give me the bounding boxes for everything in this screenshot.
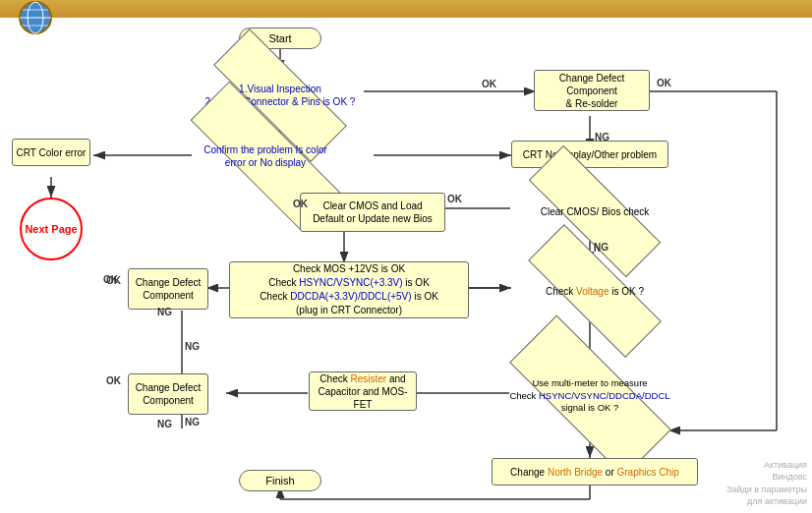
ng-label-1: NG	[157, 307, 172, 317]
top-bar	[0, 0, 812, 18]
flowchart-container: OK NG OK NG OK NG	[0, 18, 812, 513]
clear-cmos-check-diamond: Clear CMOS/ Bios check	[501, 183, 688, 240]
svg-text:OK: OK	[447, 194, 463, 204]
svg-text:OK: OK	[106, 375, 122, 386]
use-multimeter-diamond: Use multi-meter to measureCheck HSYNC/VS…	[482, 357, 698, 435]
svg-text:OK: OK	[657, 78, 672, 88]
ok-label-2: OK	[106, 275, 121, 286]
finish-shape: Finish	[239, 470, 321, 491]
next-page-label: Next Page	[25, 222, 77, 236]
svg-text:NG: NG	[185, 417, 200, 428]
change-defect-1-label: Change Defect Component& Re-solder	[535, 72, 649, 110]
check-voltage-label: Check Voltage is OK ?	[546, 286, 644, 297]
ng-label-2: NG	[157, 419, 172, 429]
check-mos-box: Check MOS +12VS is OK Check HSYNC/VSYNC(…	[229, 261, 469, 318]
clear-cmos-check-label: Clear CMOS/ Bios check	[541, 206, 650, 217]
crt-color-error-label: CRT Color error	[17, 147, 87, 158]
clear-cmos-box: Clear CMOS and LoadDefault or Update new…	[300, 193, 445, 232]
globe-icon	[18, 0, 53, 37]
check-voltage-diamond: Check Voltage is OK ?	[501, 261, 688, 320]
start-label: Start	[268, 32, 291, 44]
change-defect-3-label: Change DefectComponent	[136, 381, 202, 407]
check-resister-box: Check Resister andCapacitor and MOS-FET	[309, 371, 417, 411]
crt-color-error-box: CRT Color error	[12, 139, 90, 166]
change-defect-3-box: Change DefectComponent	[128, 373, 208, 415]
change-defect-2-label: Change DefectComponent	[136, 276, 202, 302]
svg-text:NG: NG	[185, 341, 200, 352]
change-north-bridge-label: Change North Bridge or Graphics Chip	[510, 467, 679, 478]
clear-cmos-label: Clear CMOS and LoadDefault or Update new…	[313, 200, 433, 225]
next-page-circle: Next Page	[20, 198, 83, 260]
use-multimeter-label: Use multi-meter to measureCheck HSYNC/VS…	[509, 377, 669, 414]
crt-no-display-label: CRT No display/Other problem	[523, 149, 657, 160]
ng-label-clear: NG	[594, 242, 609, 253]
change-defect-2-box: Change DefectComponent	[128, 268, 208, 310]
finish-label: Finish	[265, 475, 294, 486]
check-resister-label: Check Resister andCapacitor and MOS-FET	[310, 372, 416, 411]
confirm-problem-diamond: Confirm the problem Is colorerror or No …	[152, 126, 378, 187]
change-north-bridge-box: Change North Bridge or Graphics Chip	[492, 458, 698, 485]
ok-label-1: OK	[482, 79, 496, 89]
ok-label-clear: OK	[293, 199, 308, 209]
check-mos-label: Check MOS +12VS is OK Check HSYNC/VSYNC(…	[260, 262, 438, 317]
crt-no-display-box: CRT No display/Other problem	[511, 141, 668, 168]
watermark: АктивацияВиндовсЗайди в параметрыдля акт…	[726, 459, 807, 508]
change-defect-1-box: Change Defect Component& Re-solder	[534, 70, 650, 111]
confirm-problem-label: Confirm the problem Is colorerror or No …	[203, 143, 327, 169]
